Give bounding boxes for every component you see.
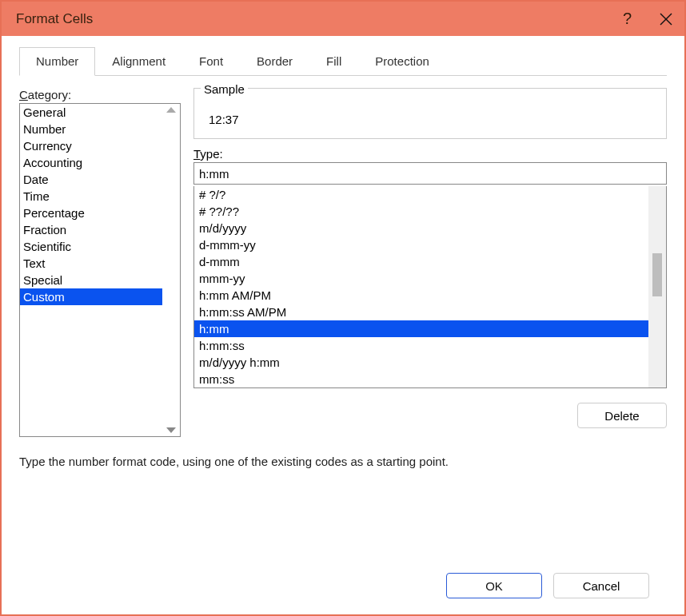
- tab-fill[interactable]: Fill: [309, 47, 358, 76]
- sample-label: Sample: [201, 82, 248, 96]
- category-item[interactable]: Scientific: [20, 238, 162, 255]
- category-item[interactable]: Date: [20, 171, 162, 188]
- type-label: Type:: [193, 147, 667, 161]
- sample-box: Sample 12:37: [193, 88, 667, 139]
- format-cells-dialog: Format Cells ? NumberAlignmentFontBorder…: [0, 0, 686, 616]
- category-item[interactable]: Number: [20, 121, 162, 137]
- category-item[interactable]: Time: [20, 188, 162, 205]
- tab-row: NumberAlignmentFontBorderFillProtection: [2, 36, 684, 76]
- type-item[interactable]: h:mm:ss AM/PM: [194, 304, 648, 320]
- scroll-up-icon[interactable]: [166, 107, 176, 113]
- tab-protection[interactable]: Protection: [358, 47, 446, 76]
- type-item[interactable]: m/d/yyyy: [194, 220, 648, 236]
- cancel-button[interactable]: Cancel: [553, 573, 649, 598]
- type-item[interactable]: # ?/?: [194, 186, 648, 203]
- category-item[interactable]: Fraction: [20, 221, 162, 238]
- tab-border[interactable]: Border: [240, 47, 309, 76]
- type-item[interactable]: h:mm AM/PM: [194, 287, 648, 304]
- tab-number[interactable]: Number: [19, 47, 95, 76]
- type-item[interactable]: mmm-yy: [194, 270, 648, 287]
- sample-value: 12:37: [194, 103, 666, 126]
- tab-font[interactable]: Font: [182, 47, 240, 76]
- type-item[interactable]: d-mmm-yy: [194, 236, 648, 253]
- category-scrollbar[interactable]: [162, 104, 180, 436]
- type-item[interactable]: mm:ss: [194, 371, 648, 387]
- delete-button[interactable]: Delete: [577, 403, 667, 428]
- ok-button[interactable]: OK: [446, 573, 542, 598]
- type-item[interactable]: # ??/??: [194, 203, 648, 220]
- tab-alignment[interactable]: Alignment: [95, 47, 182, 76]
- scrollbar-thumb[interactable]: [652, 253, 662, 296]
- category-label: Category:: [19, 88, 181, 101]
- category-item[interactable]: General: [20, 104, 162, 121]
- titlebar: Format Cells ?: [2, 2, 684, 36]
- category-item[interactable]: Accounting: [20, 154, 162, 171]
- category-item[interactable]: Custom: [20, 288, 162, 305]
- close-icon[interactable]: [657, 10, 675, 28]
- type-scrollbar[interactable]: [648, 186, 666, 387]
- category-item[interactable]: Percentage: [20, 205, 162, 221]
- window-title: Format Cells: [16, 11, 93, 27]
- tab-content: Category: GeneralNumberCurrencyAccountin…: [2, 77, 684, 614]
- help-icon[interactable]: ?: [623, 10, 632, 28]
- type-item[interactable]: h:mm:ss: [194, 337, 648, 354]
- type-item[interactable]: m/d/yyyy h:mm: [194, 354, 648, 371]
- type-input[interactable]: [193, 162, 667, 185]
- scroll-down-icon[interactable]: [166, 427, 176, 433]
- category-item[interactable]: Text: [20, 255, 162, 272]
- hint-text: Type the number format code, using one o…: [19, 455, 667, 468]
- type-item[interactable]: d-mmm: [194, 253, 648, 270]
- category-item[interactable]: Currency: [20, 137, 162, 154]
- type-listbox[interactable]: # ?/?# ??/??m/d/yyyyd-mmm-yyd-mmmmmm-yyh…: [193, 186, 667, 388]
- type-item[interactable]: h:mm: [194, 320, 648, 337]
- category-item[interactable]: Special: [20, 272, 162, 288]
- category-listbox[interactable]: GeneralNumberCurrencyAccountingDateTimeP…: [19, 103, 181, 437]
